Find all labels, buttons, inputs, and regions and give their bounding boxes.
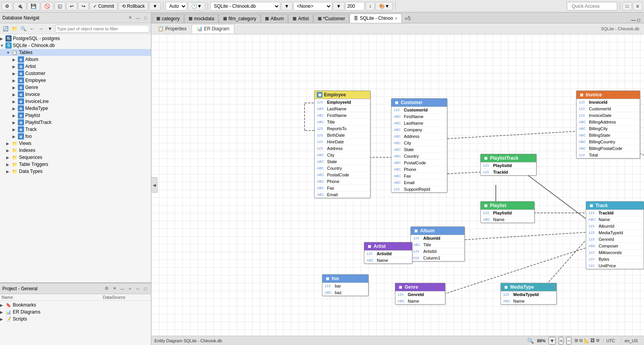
entity-genre[interactable]: ▦ Genre 123GenreId ABCName: [395, 283, 445, 305]
entity-mediatype[interactable]: ▦ MediaType 123MediaTypeId ABCName: [500, 283, 557, 305]
nav-collapse-arrow[interactable]: ◀: [151, 177, 158, 193]
tree-item-indexes[interactable]: ▶ 📁 Indexes: [0, 147, 151, 154]
quick-access-input[interactable]: [567, 2, 617, 10]
transaction-mode-select[interactable]: Auto: [166, 2, 187, 10]
project-min-btn[interactable]: —: [119, 286, 125, 292]
tree-item-sqlite[interactable]: ▼ 🗄 SQLite - Chinook.db: [0, 42, 151, 49]
tab-customer[interactable]: ▦ *Customer: [313, 14, 350, 23]
datatypes-folder-icon: 📁: [12, 168, 18, 174]
toolbar-right-btn-1[interactable]: □: [622, 2, 632, 10]
tree-item-scripts[interactable]: ▶ 📝 Scripts: [0, 315, 151, 322]
entity-employee[interactable]: ▦ Employee 123EmployeeId ABCLastName ABC…: [314, 91, 370, 198]
er-diagram-area[interactable]: ◀: [151, 34, 644, 336]
db-nav-search[interactable]: [55, 25, 149, 33]
zoom-input[interactable]: [345, 2, 365, 10]
tree-item-tables[interactable]: ▼ 📋 Tables: [0, 49, 151, 56]
project-add-btn[interactable]: +: [127, 286, 133, 292]
tree-item-playlisttrack[interactable]: ▶ ▦ PlaylistTrack: [0, 119, 151, 126]
entity-playlist[interactable]: ▦ Playlist 123PlaylistId ABCName: [480, 201, 535, 223]
sub-tab-properties[interactable]: 📋 Properties: [153, 24, 192, 33]
tree-label-sqlite: SQLite - Chinook.db: [13, 43, 55, 48]
schema-select[interactable]: <None>: [293, 2, 332, 10]
tree-item-bookmarks[interactable]: ▶ 🔖 Bookmarks: [0, 301, 151, 308]
entity-track[interactable]: ▦ Track 123TrackId ABCName 123AlbumId 12…: [586, 201, 644, 269]
tree-item-employee[interactable]: ▶ ▦ Employee: [0, 77, 151, 84]
tree-arrow-tabletriggers: ▶: [6, 162, 12, 167]
nav-sync-btn[interactable]: 🔄: [2, 25, 9, 33]
toolbar-palette-btn[interactable]: 🎨▼: [376, 2, 393, 10]
tree-item-foo[interactable]: ▶ ▦ foo: [0, 133, 151, 140]
tree-item-album[interactable]: ▶ ▦ Album: [0, 56, 151, 63]
sub-tab-er-diagram[interactable]: 📊 ER Diagram: [192, 24, 234, 33]
track-field-milliseconds: 123Milliseconds: [586, 249, 644, 256]
window-min-btn[interactable]: —: [631, 17, 636, 23]
db-select[interactable]: SQLite - Chinook.db: [210, 2, 280, 10]
tab-artist[interactable]: ▦ Artist: [288, 14, 313, 23]
tree-item-views[interactable]: ▶ 📁 Views: [0, 140, 151, 147]
tab-mockdata[interactable]: ▦ mockdata: [184, 14, 218, 23]
db-nav-min-btn[interactable]: —: [135, 15, 141, 21]
project-max-btn[interactable]: □: [142, 286, 149, 292]
toolbar-icon-btn-3[interactable]: 💾: [27, 2, 40, 10]
zoom-out-btn[interactable]: −: [566, 337, 571, 345]
tree-item-artist[interactable]: ▶ ▦ Artist: [0, 63, 151, 70]
entity-foo[interactable]: ▦ foo 123bar ABCbaz: [322, 274, 369, 296]
nav-more-btn[interactable]: ▼: [46, 25, 54, 33]
zoom-in-btn[interactable]: +: [559, 337, 563, 345]
tree-item-customer[interactable]: ▶ ▦ Customer: [0, 70, 151, 77]
rollback-button[interactable]: ⟲ Rollback: [118, 2, 148, 10]
tree-item-genre[interactable]: ▶ ▦ Genre: [0, 84, 151, 91]
db-select-arrow[interactable]: ▼: [281, 2, 293, 10]
tab-sqlite-chinook[interactable]: 🗄 SQLite - Chinoo ✕: [350, 14, 402, 23]
zoom-dropdown-btn[interactable]: ▼: [549, 337, 556, 345]
entity-artist[interactable]: ▦ Artist 123ArtistId ABCName: [364, 242, 412, 264]
tree-item-track[interactable]: ▶ ▦ Track: [0, 126, 151, 133]
entity-playlisttrack[interactable]: ▦ PlaylistTrack 123PlaylistId 123TrackId: [480, 154, 537, 176]
commit-button[interactable]: ✓ Commit: [90, 2, 118, 10]
playlisttrack-table-icon: ▦: [18, 119, 24, 125]
project-close-btn[interactable]: ✕: [111, 286, 118, 292]
tree-item-postgres[interactable]: ▶ 🐘 PostgreSQL - postgres: [0, 35, 151, 42]
toolbar-clock-btn[interactable]: 🕐▼: [188, 2, 205, 10]
db-nav-close-btn[interactable]: ✕: [127, 15, 133, 21]
window-max-btn[interactable]: □: [637, 17, 640, 23]
invoice-field-billingstate: ABCBillingState: [576, 132, 640, 139]
tab-more-btn[interactable]: »5: [402, 14, 413, 23]
toolbar-zoom-btn[interactable]: ↕: [365, 2, 375, 10]
tree-item-sequences[interactable]: ▶ 📁 Sequences: [0, 154, 151, 161]
toolbar-icon-btn-1[interactable]: ⚙: [2, 2, 13, 10]
entity-foo-header: ▦ foo: [322, 275, 368, 283]
tab-film-category[interactable]: ▦ film_category: [219, 14, 260, 23]
tree-item-invoiceline[interactable]: ▶ ▦ InvoiceLine: [0, 98, 151, 105]
tree-arrow-er: ▶: [0, 310, 5, 314]
schema-select-arrow[interactable]: ▼: [333, 2, 345, 10]
entity-album[interactable]: ▦ Album 123AlbumId ABCTitle 123ArtistId …: [410, 227, 465, 261]
toolbar-icon-btn-7[interactable]: ↪: [78, 2, 89, 10]
toolbar-icon-btn-8[interactable]: ▼: [149, 2, 161, 10]
project-panel-header: Project - General ⚙ ✕ — + ↔ □: [0, 283, 151, 294]
tree-item-mediatype[interactable]: ▶ ▦ MediaType: [0, 105, 151, 112]
db-nav-max-btn[interactable]: □: [142, 15, 149, 21]
nav-filter-btn[interactable]: 🔍: [19, 25, 27, 33]
nav-arrow-right-btn[interactable]: →: [37, 25, 45, 33]
tab-album[interactable]: ▦ Album: [261, 14, 288, 23]
toolbar-icon-btn-2[interactable]: 🔌: [14, 2, 26, 10]
tree-item-tabletriggers[interactable]: ▶ 📁 Table Triggers: [0, 161, 151, 168]
toolbar-icon-btn-4[interactable]: 🚫: [41, 2, 54, 10]
nav-connect-btn[interactable]: 📁: [10, 25, 18, 33]
toolbar-right-btn-2[interactable]: ≡: [633, 2, 642, 10]
entity-invoice[interactable]: ▦ Invoice 123InvoiceId 123CustomerId 123…: [576, 91, 640, 159]
entity-customer[interactable]: ▦ Customer 123CustomerId ABCFirstName AB…: [391, 98, 447, 193]
tree-item-datatypes[interactable]: ▶ 📁 Data Types: [0, 168, 151, 175]
entity-playlist-header: ▦ Playlist: [481, 202, 534, 210]
tree-item-invoice[interactable]: ▶ ▦ Invoice: [0, 91, 151, 98]
tab-close-btn[interactable]: ✕: [395, 16, 398, 21]
toolbar-icon-btn-6[interactable]: ↩: [66, 2, 77, 10]
toolbar-icon-btn-5[interactable]: ◱: [54, 2, 66, 10]
project-settings-btn[interactable]: ⚙: [104, 286, 110, 292]
tree-item-playlist[interactable]: ▶ ▦ Playlist: [0, 112, 151, 119]
project-arrows-btn[interactable]: ↔: [135, 286, 141, 292]
tree-item-er-diagrams[interactable]: ▶ 📊 ER Diagrams: [0, 308, 151, 315]
tab-category[interactable]: ▦ category: [152, 14, 184, 23]
nav-arrow-left-btn[interactable]: ←: [28, 25, 36, 33]
